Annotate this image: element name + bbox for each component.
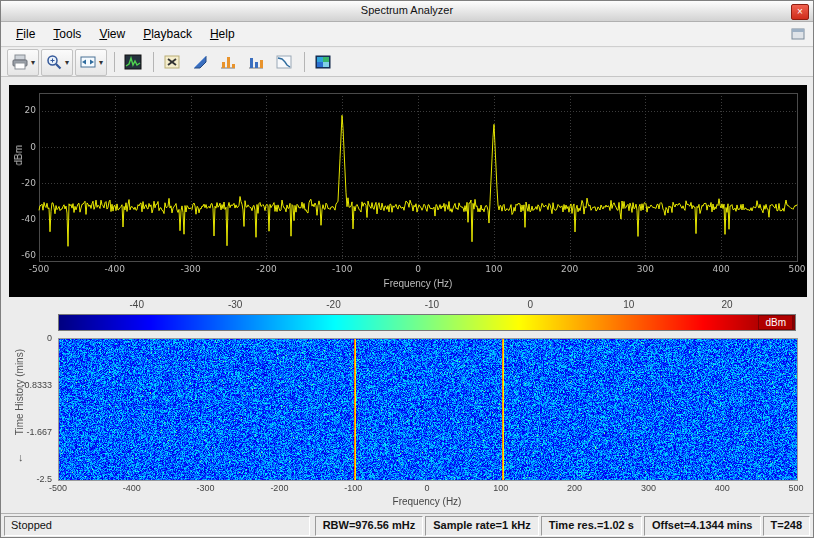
- colorbar-unit-label: dBm: [758, 315, 793, 330]
- window-title: Spectrum Analyzer: [1, 4, 813, 16]
- dropdown-caret: ▾: [99, 58, 103, 67]
- spectrogram-plot[interactable]: [58, 338, 798, 481]
- distortion-measurements-button[interactable]: [243, 49, 269, 76]
- status-sample-rate: Sample rate=1 kHz: [425, 516, 539, 536]
- colorbar-tick: 10: [614, 299, 644, 310]
- signal-statistics-button[interactable]: [187, 49, 213, 76]
- spectrum-plot[interactable]: dBm Frequency (Hz): [9, 85, 807, 297]
- spectrogram-settings-button[interactable]: [310, 49, 336, 76]
- spectrum-analyzer-window: Spectrum Analyzer × File Tools View Play…: [0, 0, 814, 538]
- ccdf-measurements-icon: [275, 53, 293, 71]
- cursor-measurements-button[interactable]: [159, 49, 185, 76]
- spectrogram-x-ticks: -500-400-300-200-1000100200300400500: [58, 483, 796, 495]
- status-frame-count: T=248: [763, 516, 811, 536]
- colorbar-tick: -10: [417, 299, 447, 310]
- spectrogram-x-tick: -300: [189, 483, 223, 493]
- spectrogram-x-tick: -400: [115, 483, 149, 493]
- status-offset: Offset=4.1344 mins: [644, 516, 761, 536]
- dropdown-caret: ▾: [65, 58, 69, 67]
- zoom-button[interactable]: ▾: [41, 49, 73, 76]
- menu-file[interactable]: File: [7, 24, 44, 44]
- status-bar: Stopped RBW=976.56 mHz Sample rate=1 kHz…: [1, 513, 813, 537]
- menu-bar: File Tools View Playback Help: [1, 22, 813, 47]
- spectrogram-y-tick: 0: [2, 333, 52, 343]
- spectrogram-y-tick: -1.667: [2, 427, 52, 437]
- colorbar-tick: -40: [122, 299, 152, 310]
- colorbar-gradient: [58, 314, 796, 331]
- print-export-icon: [11, 53, 29, 71]
- toolbar-separator: [304, 52, 305, 72]
- menu-tools[interactable]: Tools: [44, 24, 90, 44]
- spectrum-settings-icon: [124, 53, 142, 71]
- colorbar-tick: -30: [220, 299, 250, 310]
- spectrogram-x-tick: 400: [705, 483, 739, 493]
- colorbar: dBm: [58, 314, 796, 331]
- signal-statistics-icon: [191, 53, 209, 71]
- colorbar-tick: 0: [515, 299, 545, 310]
- spectrum-y-label: dBm: [13, 145, 24, 166]
- spectrogram-x-tick: -500: [41, 483, 75, 493]
- toolbar-separator: [153, 52, 154, 72]
- spectrum-x-label: Frequency (Hz): [39, 278, 797, 289]
- spectrogram-x-tick: 0: [410, 483, 444, 493]
- spectrogram-x-tick: 500: [779, 483, 813, 493]
- spectrum-settings-button[interactable]: [120, 49, 146, 76]
- menu-help[interactable]: Help: [201, 24, 244, 44]
- menu-playback[interactable]: Playback: [134, 24, 201, 44]
- spectrogram-x-tick: 200: [558, 483, 592, 493]
- colorbar-tick: 20: [712, 299, 742, 310]
- span-fit-button[interactable]: ▾: [75, 49, 107, 76]
- status-state: Stopped: [4, 516, 310, 536]
- dropdown-caret: ▾: [31, 58, 35, 67]
- status-rbw: RBW=976.56 mHz: [315, 516, 424, 536]
- distortion-measurements-icon: [247, 53, 265, 71]
- title-bar[interactable]: Spectrum Analyzer ×: [1, 1, 813, 22]
- status-time-res: Time res.=1.02 s: [541, 516, 642, 536]
- spectrogram-x-tick: -100: [336, 483, 370, 493]
- print-export-button[interactable]: ▾: [7, 49, 39, 76]
- colorbar-ticks: -40-30-20-1001020: [58, 299, 796, 312]
- spectrogram-y-ticks: 0-0.8333-1.667-2.5: [1, 338, 55, 483]
- undock-icon[interactable]: [789, 26, 807, 42]
- zoom-icon: [45, 53, 63, 71]
- spectrogram-x-tick: 100: [484, 483, 518, 493]
- time-direction-arrow: ↓: [18, 451, 24, 463]
- spectrogram-y-label: Time History (mins): [14, 349, 25, 435]
- colorbar-tick: -20: [319, 299, 349, 310]
- peak-finder-button[interactable]: [215, 49, 241, 76]
- spectrogram-canvas[interactable]: [59, 339, 797, 480]
- spectrogram-x-tick: -200: [262, 483, 296, 493]
- spectrum-canvas[interactable]: [9, 85, 807, 297]
- spectrogram-x-tick: 300: [631, 483, 665, 493]
- menu-view[interactable]: View: [90, 24, 134, 44]
- spectrogram-settings-icon: [314, 53, 332, 71]
- spectrogram-x-label: Frequency (Hz): [58, 496, 796, 507]
- span-fit-icon: [79, 53, 97, 71]
- ccdf-measurements-button[interactable]: [271, 49, 297, 76]
- peak-finder-icon: [219, 53, 237, 71]
- toolbar-separator: [114, 52, 115, 72]
- plot-area: dBm Frequency (Hz) -40-30-20-1001020 dBm…: [1, 77, 813, 515]
- spectrogram-y-tick: -0.8333: [2, 380, 52, 390]
- close-button[interactable]: ×: [791, 4, 809, 20]
- toolbar: ▾ ▾ ▾: [1, 48, 813, 77]
- cursor-measurements-icon: [163, 53, 181, 71]
